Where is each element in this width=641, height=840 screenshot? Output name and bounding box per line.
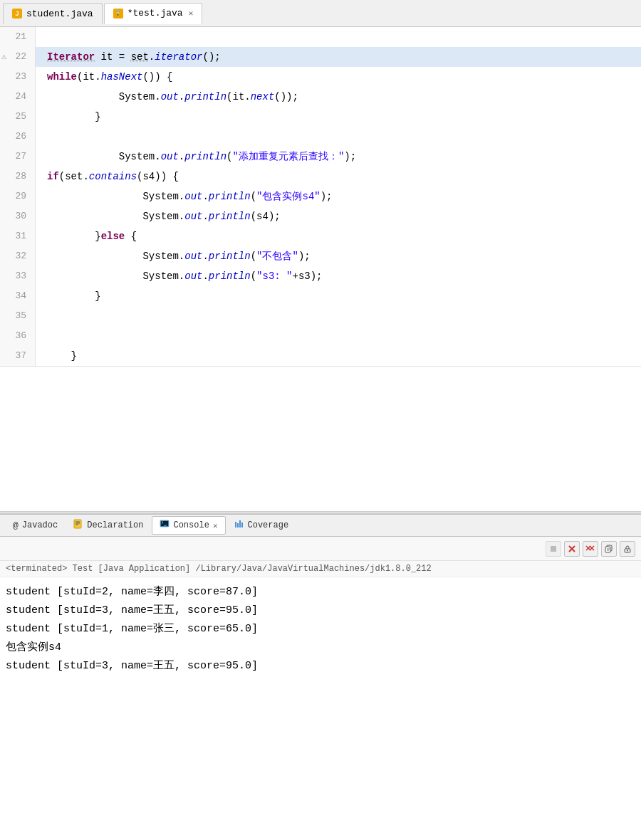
- tab-bar: J student.java 🔒 *test.java ✕: [0, 0, 641, 27]
- javadoc-label: Javadoc: [22, 520, 58, 530]
- console-status-text: <terminated> Test [Java Application] /Li…: [6, 564, 432, 574]
- console-line-3: student [stuId=1, name=张三, score=65.0]: [6, 620, 635, 639]
- code-line-23: 23 while(it.hasNext()) {: [0, 67, 641, 87]
- declaration-label: Declaration: [87, 520, 143, 530]
- code-line-32: 32 System.out.println("不包含");: [0, 246, 641, 266]
- line-number-25: 25: [0, 107, 36, 127]
- tab-test-java[interactable]: 🔒 *test.java ✕: [104, 3, 203, 24]
- code-line-33: 33 System.out.println("s3: "+s3);: [0, 266, 641, 286]
- line-content-25: }: [36, 107, 101, 127]
- line-content-26: [36, 127, 47, 147]
- console-icon: [160, 519, 170, 532]
- line-number-33: 33: [0, 266, 36, 286]
- svg-rect-9: [239, 520, 241, 527]
- declaration-icon: [73, 519, 83, 532]
- console-output-area: student [stuId=2, name=李四, score=87.0] s…: [0, 577, 641, 681]
- svg-rect-7: [235, 522, 236, 527]
- line-number-22: ⚠ 22: [0, 47, 36, 67]
- tab-close-icon[interactable]: ✕: [189, 9, 194, 18]
- code-line-29: 29 System.out.println("包含实例s4");: [0, 187, 641, 206]
- line-content-23: while(it.hasNext()) {: [36, 67, 172, 87]
- code-line-27: 27 System.out.println("添加重复元素后查找：");: [0, 147, 641, 167]
- tab-student-java[interactable]: J student.java: [3, 3, 103, 24]
- tab-label-student: student.java: [26, 9, 93, 19]
- line-content-37: }: [36, 346, 77, 366]
- line-content-34: }: [36, 286, 101, 306]
- svg-rect-0: [74, 520, 81, 528]
- warning-icon-22: ⚠: [1, 47, 6, 67]
- line-number-29: 29: [0, 187, 36, 206]
- line-content-31: }else {: [36, 226, 137, 246]
- line-content-27: System.out.println("添加重复元素后查找：");: [36, 147, 356, 167]
- code-line-30: 30 System.out.println(s4);: [0, 206, 641, 226]
- code-line-22: ⚠ 22 Iterator it = set.iterator();: [0, 47, 641, 67]
- console-line-2: student [stuId=3, name=王五, score=95.0]: [6, 602, 635, 620]
- tab-javadoc[interactable]: @ Javadoc: [6, 516, 65, 535]
- stop-button[interactable]: [546, 541, 561, 557]
- line-content-30: System.out.println(s4);: [36, 206, 281, 226]
- code-token-iterator: Iterator: [47, 47, 95, 67]
- code-editor[interactable]: 21 ⚠ 22 Iterator it = set.iterator(); 23…: [0, 27, 641, 511]
- terminate-button[interactable]: [564, 541, 580, 557]
- line-number-28: 28: [0, 167, 36, 187]
- lock-button[interactable]: [620, 541, 635, 557]
- line-number-30: 30: [0, 206, 36, 226]
- console-close-icon[interactable]: ✕: [213, 521, 218, 530]
- svg-rect-11: [551, 546, 556, 552]
- line-number-26: 26: [0, 127, 36, 147]
- code-line-25: 25 }: [0, 107, 641, 127]
- line-number-32: 32: [0, 246, 36, 266]
- line-number-24: 24: [0, 87, 36, 107]
- line-content-21: [36, 27, 47, 47]
- code-line-35: 35: [0, 306, 641, 326]
- tab-declaration[interactable]: Declaration: [66, 516, 150, 535]
- lock-file-icon: 🔒: [113, 9, 123, 19]
- code-line-31: 31 }else {: [0, 226, 641, 246]
- line-content-22: Iterator it = set.iterator();: [36, 47, 221, 67]
- line-content-33: System.out.println("s3: "+s3);: [36, 266, 323, 286]
- console-label: Console: [173, 520, 209, 530]
- line-content-32: System.out.println("不包含");: [36, 246, 311, 266]
- svg-point-23: [627, 550, 628, 551]
- code-line-34: 34 }: [0, 286, 641, 306]
- console-line-1: student [stuId=2, name=李四, score=87.0]: [6, 583, 635, 602]
- copy-button[interactable]: [601, 541, 617, 557]
- tab-label-test: *test.java: [127, 8, 183, 19]
- line-number-21: 21: [0, 27, 36, 47]
- line-content-36: [36, 326, 47, 346]
- line-number-31: 31: [0, 226, 36, 246]
- line-content-29: System.out.println("包含实例s4");: [36, 187, 333, 206]
- svg-rect-10: [241, 523, 243, 527]
- line-number-37: 37: [0, 346, 36, 366]
- remove-all-button[interactable]: [583, 541, 598, 557]
- coverage-label: Coverage: [248, 520, 289, 530]
- bottom-tab-bar: @ Javadoc Declaration Console ✕: [0, 514, 641, 537]
- line-content-35: [36, 306, 47, 326]
- svg-rect-8: [237, 523, 239, 527]
- tab-coverage[interactable]: Coverage: [227, 516, 296, 535]
- console-output: student [stuId=2, name=李四, score=87.0] s…: [0, 577, 641, 681]
- java-file-icon: J: [12, 9, 22, 19]
- line-content-24: System.out.println(it.next());: [36, 87, 298, 107]
- line-number-34: 34: [0, 286, 36, 306]
- line-number-35: 35: [0, 306, 36, 326]
- svg-rect-19: [605, 547, 610, 552]
- console-line-5: student [stuId=3, name=王五, score=95.0]: [6, 657, 635, 676]
- console-status: <terminated> Test [Java Application] /Li…: [0, 561, 641, 577]
- javadoc-icon: @: [13, 520, 19, 531]
- code-line-21: 21: [0, 27, 641, 47]
- line-number-23: 23: [0, 67, 36, 87]
- code-line-28: 28 if(set.contains(s4)) {: [0, 167, 641, 187]
- code-line-26: 26: [0, 127, 641, 147]
- code-line-37: 37 }: [0, 346, 641, 367]
- tab-console[interactable]: Console ✕: [152, 516, 225, 535]
- coverage-icon: [234, 519, 244, 532]
- console-toolbar: [0, 537, 641, 561]
- code-line-36: 36: [0, 326, 641, 346]
- code-lines-container: 21 ⚠ 22 Iterator it = set.iterator(); 23…: [0, 27, 641, 367]
- line-content-28: if(set.contains(s4)) {: [36, 167, 179, 187]
- line-number-36: 36: [0, 326, 36, 346]
- code-line-24: 24 System.out.println(it.next());: [0, 87, 641, 107]
- console-line-4: 包含实例s4: [6, 639, 635, 657]
- line-number-27: 27: [0, 147, 36, 167]
